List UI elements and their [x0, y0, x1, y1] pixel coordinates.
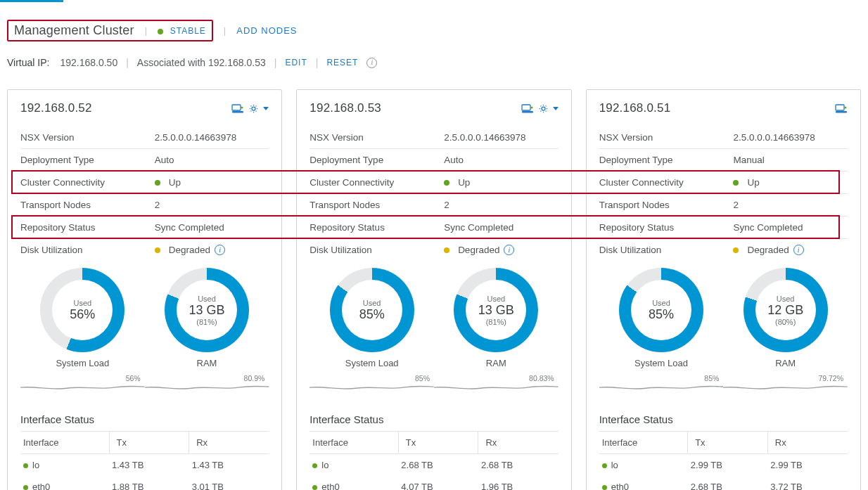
status-dot-icon — [312, 485, 317, 490]
status-dot-icon — [155, 247, 160, 253]
status-dot-icon — [444, 247, 449, 253]
svg-rect-3 — [522, 105, 530, 110]
table-row: lo 2.68 TB2.68 TB — [309, 454, 558, 477]
row-cluster-connectivity: Cluster Connectivity Up — [20, 171, 269, 193]
svg-rect-6 — [836, 105, 844, 110]
chart-label: System Load — [40, 358, 125, 368]
vip-edit-button[interactable]: EDIT — [285, 58, 307, 67]
node-actions[interactable] — [521, 103, 559, 114]
node-ip: 192.168.0.52 — [20, 101, 92, 115]
info-icon[interactable]: i — [215, 245, 225, 255]
chevron-down-icon — [263, 107, 269, 110]
node-card: 192.168.0.51 NSX Version2.5.0.0.0.146639… — [586, 89, 861, 490]
add-nodes-button[interactable]: ADD NODES — [236, 25, 297, 36]
table-row: lo 1.43 TB1.43 TB — [20, 454, 269, 477]
interface-table: InterfaceTxRx lo 1.43 TB1.43 TB eth0 1.8… — [20, 431, 269, 490]
svg-rect-7 — [836, 111, 847, 113]
sparkline-load: 56% — [20, 375, 145, 396]
interface-status-title: Interface Status — [599, 413, 848, 425]
system-load-donut: Used 85% — [619, 268, 703, 352]
row-repository-status: Repository StatusSync Completed — [599, 216, 848, 238]
cluster-status: STABLE — [158, 25, 206, 36]
status-dot-icon — [158, 29, 163, 34]
status-dot-icon — [312, 463, 317, 468]
host-icon — [835, 103, 848, 113]
gear-icon — [538, 103, 549, 114]
chart-label: RAM — [165, 358, 249, 368]
chevron-down-icon — [553, 107, 559, 110]
vip-label: Virtual IP: — [7, 57, 49, 68]
pipe-sep: | — [224, 25, 226, 36]
sparkline-load: 85% — [309, 375, 434, 396]
info-icon[interactable]: i — [504, 245, 514, 255]
row-cluster-connectivity: Cluster Connectivity Up — [309, 171, 558, 193]
svg-point-5 — [530, 107, 532, 109]
row-cluster-connectivity: Cluster Connectivity Up — [599, 171, 848, 193]
interface-table: InterfaceTxRx lo 2.99 TB2.99 TB eth0 2.6… — [599, 431, 848, 490]
ram-donut: Used 12 GB (80%) — [743, 268, 828, 352]
sparkline-load: 85% — [599, 375, 724, 396]
svg-rect-0 — [232, 105, 241, 110]
status-dot-icon — [444, 180, 449, 186]
interface-status-title: Interface Status — [20, 413, 269, 425]
status-dot-icon — [23, 485, 28, 490]
svg-point-2 — [241, 107, 243, 109]
info-icon[interactable]: i — [366, 58, 377, 68]
row-repository-status: Repository StatusSync Completed — [309, 216, 558, 238]
gear-icon — [248, 103, 259, 114]
interface-table: InterfaceTxRx lo 2.68 TB2.68 TB eth0 4.0… — [309, 431, 558, 490]
vip-value: 192.168.0.50 — [60, 57, 117, 68]
svg-rect-1 — [232, 111, 243, 113]
node-actions[interactable] — [835, 103, 848, 113]
status-dot-icon — [733, 180, 739, 186]
host-icon — [231, 103, 244, 113]
status-dot-icon — [602, 485, 607, 490]
node-card: 192.168.0.53 NSX Version2.5.0.0.0.146639… — [296, 89, 571, 490]
cluster-title: Management Cluster — [14, 23, 134, 38]
svg-point-8 — [844, 107, 846, 109]
vip-assoc: Associated with 192.168.0.53 — [137, 57, 266, 68]
ram-donut: Used 13 GB (81%) — [165, 268, 249, 352]
table-row: eth0 1.88 TB3.01 TB — [20, 476, 269, 490]
cluster-title-block: Management Cluster | STABLE — [7, 20, 213, 41]
status-dot-icon — [733, 247, 739, 253]
pipe-sep: | — [145, 25, 147, 36]
status-dot-icon — [155, 180, 160, 186]
host-icon — [521, 103, 534, 113]
chart-label: RAM — [743, 358, 828, 368]
node-card: 192.168.0.52 NSX Version2.5.0.0.0.146639… — [7, 89, 282, 490]
info-icon[interactable]: i — [793, 245, 804, 255]
node-ip: 192.168.0.53 — [309, 101, 381, 115]
chart-label: RAM — [454, 358, 538, 368]
ram-donut: Used 13 GB (81%) — [454, 268, 538, 352]
system-load-donut: Used 56% — [40, 268, 125, 352]
chart-label: System Load — [330, 358, 414, 368]
row-repository-status: Repository StatusSync Completed — [20, 216, 269, 238]
sparkline-ram: 79.72% — [723, 375, 848, 396]
node-actions[interactable] — [231, 103, 269, 114]
table-row: lo 2.99 TB2.99 TB — [599, 454, 848, 477]
system-load-donut: Used 85% — [330, 268, 414, 352]
vip-reset-button[interactable]: RESET — [326, 58, 358, 67]
sparkline-ram: 80.83% — [434, 375, 559, 396]
status-dot-icon — [23, 463, 28, 468]
node-ip: 192.168.0.51 — [599, 101, 671, 115]
cluster-status-label: STABLE — [170, 26, 206, 36]
table-row: eth0 2.68 TB3.72 TB — [599, 476, 848, 490]
table-row: eth0 4.07 TB1.96 TB — [309, 476, 558, 490]
interface-status-title: Interface Status — [309, 413, 558, 425]
status-dot-icon — [602, 463, 607, 468]
sparkline-ram: 80.9% — [145, 375, 269, 396]
chart-label: System Load — [619, 358, 703, 368]
svg-rect-4 — [522, 111, 533, 113]
